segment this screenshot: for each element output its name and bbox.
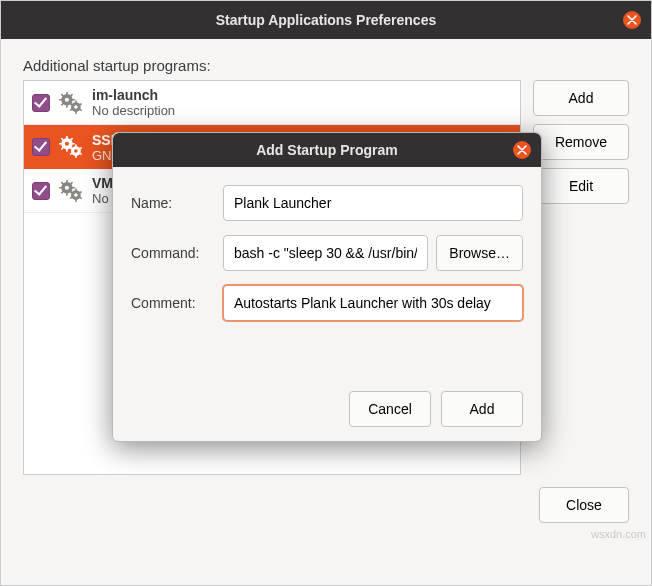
svg-rect-28 <box>59 143 63 145</box>
browse-button[interactable]: Browse… <box>436 235 523 271</box>
gears-icon <box>58 134 84 160</box>
svg-point-21 <box>74 149 78 153</box>
comment-label: Comment: <box>131 295 215 311</box>
item-desc: No description <box>92 103 175 118</box>
command-label: Command: <box>131 245 215 261</box>
svg-rect-48 <box>75 188 77 191</box>
add-button[interactable]: Add <box>533 80 629 116</box>
checkbox[interactable] <box>32 94 50 112</box>
main-title: Startup Applications Preferences <box>216 12 436 28</box>
close-icon[interactable] <box>513 141 531 159</box>
svg-rect-6 <box>71 98 75 100</box>
svg-point-19 <box>65 142 69 146</box>
comment-field[interactable] <box>223 285 523 321</box>
section-label: Additional startup programs: <box>23 57 629 74</box>
item-desc: No <box>92 191 113 206</box>
gears-icon <box>58 90 84 116</box>
remove-button[interactable]: Remove <box>533 124 629 160</box>
svg-point-3 <box>74 105 78 109</box>
dialog-title: Add Startup Program <box>256 142 398 158</box>
svg-rect-8 <box>66 103 68 107</box>
checkbox[interactable] <box>32 182 50 200</box>
svg-rect-26 <box>66 148 68 152</box>
list-item[interactable]: im-launch No description <box>24 81 520 125</box>
svg-rect-10 <box>59 98 63 100</box>
svg-point-1 <box>65 97 69 101</box>
svg-point-37 <box>65 185 69 189</box>
svg-rect-44 <box>66 191 68 195</box>
edit-button[interactable]: Edit <box>533 168 629 204</box>
svg-rect-33 <box>75 155 77 158</box>
close-icon[interactable] <box>623 11 641 29</box>
svg-rect-46 <box>59 186 63 188</box>
dialog-titlebar: Add Startup Program <box>113 133 541 167</box>
dialog-add-button[interactable]: Add <box>441 391 523 427</box>
cancel-button[interactable]: Cancel <box>349 391 431 427</box>
svg-rect-30 <box>75 144 77 147</box>
command-field[interactable] <box>223 235 428 271</box>
svg-rect-42 <box>71 186 75 188</box>
svg-rect-40 <box>66 179 68 183</box>
svg-point-39 <box>74 193 78 197</box>
item-title: im-launch <box>92 87 175 103</box>
dialog-body: Name: Command: Browse… Comment: Cancel A… <box>113 167 541 441</box>
checkbox[interactable] <box>32 138 50 156</box>
svg-rect-24 <box>71 143 75 145</box>
item-title: VM <box>92 175 113 191</box>
svg-rect-22 <box>66 136 68 140</box>
close-button[interactable]: Close <box>539 487 629 523</box>
gears-icon <box>58 178 84 204</box>
name-label: Name: <box>131 195 215 211</box>
svg-rect-51 <box>75 198 77 201</box>
add-dialog: Add Startup Program Name: Command: Brows… <box>112 132 542 442</box>
svg-rect-4 <box>66 91 68 95</box>
item-text: im-launch No description <box>92 87 175 118</box>
side-buttons: Add Remove Edit <box>533 80 629 475</box>
item-text: VM No <box>92 175 113 206</box>
main-titlebar: Startup Applications Preferences <box>1 1 651 39</box>
svg-rect-12 <box>75 100 77 103</box>
svg-rect-15 <box>75 110 77 113</box>
name-field[interactable] <box>223 185 523 221</box>
